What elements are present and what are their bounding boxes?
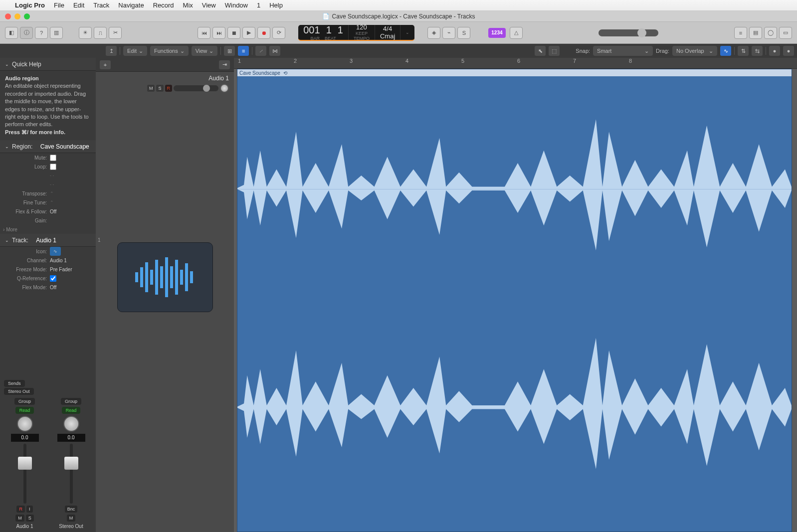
- notepad-button[interactable]: ▤: [749, 27, 762, 39]
- timeline-ruler[interactable]: 1 2 3 4 5 6 7 8: [234, 58, 797, 69]
- automation-mode-2[interactable]: Read: [62, 407, 81, 414]
- menu-navigate[interactable]: Navigate: [118, 1, 144, 9]
- mute-button-2[interactable]: M: [67, 515, 76, 522]
- rewind-button[interactable]: ⏮: [198, 27, 210, 39]
- functions-menu[interactable]: Functions⌄: [150, 46, 189, 56]
- stop-button[interactable]: ⏹: [227, 27, 240, 39]
- track-mute-button[interactable]: M: [147, 85, 155, 92]
- add-track-button[interactable]: +: [100, 60, 111, 69]
- rec-enable-button[interactable]: R: [16, 506, 25, 513]
- track-up-button[interactable]: ↥: [106, 46, 117, 56]
- flexfollow-select[interactable]: Off: [50, 209, 56, 214]
- input-monitor-button[interactable]: I: [26, 506, 33, 513]
- flex-button[interactable]: ⋈: [269, 46, 280, 56]
- zoom-h-slider[interactable]: ●: [783, 46, 794, 56]
- close-window-button[interactable]: [5, 13, 11, 19]
- zoom-window-button[interactable]: [24, 13, 30, 19]
- track-name[interactable]: Audio 1: [208, 75, 229, 82]
- catch-playhead-button[interactable]: ⇥: [219, 60, 230, 69]
- audio-region[interactable]: Cave Soundscape⟲: [237, 69, 792, 532]
- zoom-v-slider[interactable]: ●: [769, 46, 780, 56]
- vertical-zoom-button[interactable]: ⇅: [738, 46, 749, 56]
- menu-help[interactable]: Help: [269, 1, 283, 9]
- menu-track[interactable]: Track: [93, 1, 109, 9]
- marquee-tool[interactable]: ⬚: [549, 46, 560, 56]
- metronome-button[interactable]: △: [510, 27, 523, 39]
- horizontal-zoom-button[interactable]: ⇆: [752, 46, 763, 56]
- channel-select[interactable]: Audio 1: [50, 258, 67, 263]
- smart-controls-button[interactable]: ☀: [79, 27, 92, 39]
- record-button[interactable]: ⏺: [257, 27, 270, 39]
- track-header[interactable]: ⌄Track: Audio 1: [0, 234, 96, 247]
- menu-edit[interactable]: Edit: [73, 1, 84, 9]
- db-readout-2[interactable]: 0.0: [57, 434, 85, 442]
- solo-button[interactable]: S: [457, 27, 470, 39]
- list-editors-button[interactable]: ≡: [734, 27, 747, 39]
- toolbar-button[interactable]: ▥: [50, 27, 63, 39]
- minimize-window-button[interactable]: [14, 13, 20, 19]
- play-button[interactable]: ▶: [242, 27, 255, 39]
- flexmode-select[interactable]: Off: [50, 285, 56, 290]
- snap-select[interactable]: Smart⌄: [593, 46, 653, 56]
- region-more-toggle[interactable]: More: [6, 227, 17, 232]
- automation-mode[interactable]: Read: [15, 407, 34, 414]
- inspector-button[interactable]: ⓘ: [20, 27, 33, 39]
- freeze-select[interactable]: Pre Fader: [50, 267, 72, 272]
- track-header-row[interactable]: Audio 1 M S R: [96, 72, 234, 93]
- track-pan-knob[interactable]: [220, 84, 229, 93]
- bounce-button[interactable]: Bnc: [65, 506, 78, 513]
- db-readout[interactable]: 0.0: [11, 434, 39, 442]
- drag-select[interactable]: No Overlap⌄: [672, 46, 717, 56]
- cycle-button[interactable]: ⟳: [272, 27, 285, 39]
- forward-button[interactable]: ⏭: [212, 27, 225, 39]
- count-in-button[interactable]: 1234: [488, 28, 505, 38]
- list-view-button[interactable]: ≡: [238, 46, 249, 56]
- solo-button-strip[interactable]: S: [26, 515, 34, 522]
- grid-view-button[interactable]: ⊞: [224, 46, 235, 56]
- automation-button[interactable]: ⟋: [255, 46, 266, 56]
- library-button[interactable]: ◧: [5, 27, 18, 39]
- volume-fader[interactable]: [12, 444, 37, 504]
- track-volume-slider[interactable]: [174, 85, 218, 91]
- waveform-zoom-button[interactable]: ∿: [720, 46, 731, 56]
- lcd-display[interactable]: 001 1 1BAR BEAT 120KEEPTEMPO 4/4Cmaj ⌄: [298, 25, 414, 41]
- view-menu[interactable]: View⌄: [192, 46, 218, 56]
- pan-knob[interactable]: [17, 416, 33, 432]
- editors-button[interactable]: ✂: [109, 27, 122, 39]
- group-slot[interactable]: Group: [14, 398, 35, 405]
- track-icon-button[interactable]: ∿: [50, 247, 61, 256]
- region-loop-checkbox[interactable]: [50, 164, 56, 170]
- menu-record[interactable]: Record: [153, 1, 174, 9]
- mixer-button[interactable]: ⎍: [94, 27, 107, 39]
- group-slot-2[interactable]: Group: [61, 398, 81, 405]
- volume-fader-2[interactable]: [59, 444, 84, 504]
- tuner-button[interactable]: ⌁: [442, 27, 455, 39]
- menu-mix[interactable]: Mix: [183, 1, 193, 9]
- title-doc-icon: 📄: [322, 13, 330, 20]
- pointer-tool[interactable]: ⬉: [535, 46, 546, 56]
- menu-view[interactable]: View: [202, 1, 216, 9]
- menu-1[interactable]: 1: [257, 1, 260, 9]
- transpose-field[interactable]: ⌃: [50, 191, 54, 196]
- track-large-icon[interactable]: [117, 242, 213, 312]
- pan-knob-2[interactable]: [63, 416, 79, 432]
- quickhelp-header[interactable]: ⌄Quick Help: [0, 58, 96, 71]
- track-record-button[interactable]: R: [165, 85, 173, 92]
- loops-button[interactable]: ◯: [764, 27, 777, 39]
- replace-button[interactable]: ◈: [427, 27, 440, 39]
- output-label[interactable]: Stereo Out: [4, 388, 34, 395]
- svg-rect-4: [155, 260, 158, 295]
- finetune-field[interactable]: ⌃: [50, 200, 54, 205]
- menu-window[interactable]: Window: [225, 1, 248, 9]
- browsers-button[interactable]: ▭: [779, 27, 792, 39]
- mute-button[interactable]: M: [15, 515, 24, 522]
- quickhelp-button[interactable]: ?: [35, 27, 48, 39]
- region-header[interactable]: ⌄Region: Cave Soundscape: [0, 140, 96, 153]
- menu-file[interactable]: File: [54, 1, 64, 9]
- menu-app[interactable]: Logic Pro: [15, 1, 45, 9]
- edit-menu[interactable]: Edit⌄: [123, 46, 147, 56]
- master-volume-slider[interactable]: [598, 29, 658, 36]
- region-mute-checkbox[interactable]: [50, 155, 56, 161]
- qref-checkbox[interactable]: [50, 275, 56, 282]
- track-solo-button[interactable]: S: [156, 85, 163, 92]
